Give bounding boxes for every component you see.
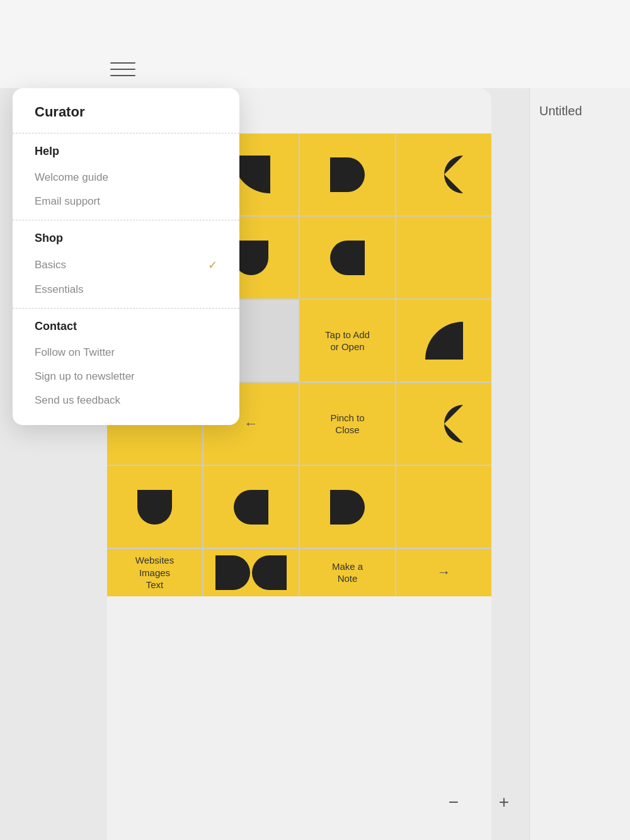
- grid-cell[interactable]: [396, 466, 491, 548]
- make-note-text: Make aNote: [327, 555, 368, 590]
- right-panel: Untitled: [529, 88, 630, 840]
- menu-divider-2: [13, 220, 239, 220]
- menu-item-label: Send us feedback: [35, 394, 120, 407]
- grid-cell[interactable]: [203, 466, 299, 548]
- dropdown-menu: Curator Help Welcome guide Email support…: [13, 88, 239, 425]
- grid-cell[interactable]: [107, 466, 202, 548]
- grid-cell[interactable]: [396, 133, 491, 215]
- check-icon: ✓: [208, 258, 217, 272]
- grid-cell-arrow-right[interactable]: →: [396, 549, 491, 596]
- menu-item-basics[interactable]: Basics ✓: [13, 253, 239, 278]
- menu-item-email-support[interactable]: Email support: [13, 190, 239, 213]
- grid-cell-websites[interactable]: WebsitesImagesText: [107, 549, 202, 596]
- arrow-left-icon: ←: [244, 416, 258, 432]
- menu-item-follow-twitter[interactable]: Follow on Twitter: [13, 341, 239, 365]
- menu-section-help: Help: [13, 145, 239, 166]
- right-panel-title: Untitled: [530, 88, 630, 128]
- menu-item-newsletter[interactable]: Sign up to newsletter: [13, 365, 239, 389]
- plus-button[interactable]: +: [491, 790, 517, 815]
- grid-cell[interactable]: [300, 466, 395, 548]
- menu-button[interactable]: [110, 60, 135, 79]
- menu-section-shop: Shop: [13, 232, 239, 253]
- menu-divider-1: [13, 133, 239, 133]
- grid-cell-tap[interactable]: Tap to Addor Open: [300, 300, 395, 382]
- menu-item-essentials[interactable]: Essentials: [13, 278, 239, 302]
- grid-cell-pinch[interactable]: Pinch toClose: [300, 383, 395, 465]
- arrow-right-icon: →: [437, 564, 451, 581]
- menu-item-label: Email support: [35, 195, 100, 208]
- tap-add-text: Tap to Addor Open: [320, 324, 375, 358]
- menu-item-label: Basics: [35, 259, 66, 271]
- bottom-controls: − +: [441, 790, 517, 815]
- grid-cell[interactable]: [396, 217, 491, 298]
- pinch-close-text: Pinch toClose: [325, 407, 369, 441]
- menu-section-contact: Contact: [13, 320, 239, 341]
- grid-cell-make-note[interactable]: Make aNote: [300, 549, 395, 596]
- grid-cell[interactable]: [396, 300, 491, 382]
- minus-button[interactable]: −: [441, 790, 466, 815]
- grid-cell[interactable]: [300, 217, 395, 298]
- websites-text: WebsitesImagesText: [130, 549, 179, 596]
- menu-app-title: Curator: [13, 101, 239, 133]
- menu-item-label: Follow on Twitter: [35, 346, 115, 359]
- grid-cell-double[interactable]: [203, 549, 299, 596]
- menu-divider-3: [13, 308, 239, 309]
- menu-item-feedback[interactable]: Send us feedback: [13, 389, 239, 412]
- menu-item-label: Essentials: [35, 283, 83, 296]
- grid-cell[interactable]: [396, 383, 491, 465]
- menu-item-label: Welcome guide: [35, 171, 108, 184]
- top-bar: [0, 0, 630, 88]
- menu-item-welcome-guide[interactable]: Welcome guide: [13, 166, 239, 190]
- menu-item-label: Sign up to newsletter: [35, 370, 135, 383]
- grid-cell[interactable]: [300, 133, 395, 215]
